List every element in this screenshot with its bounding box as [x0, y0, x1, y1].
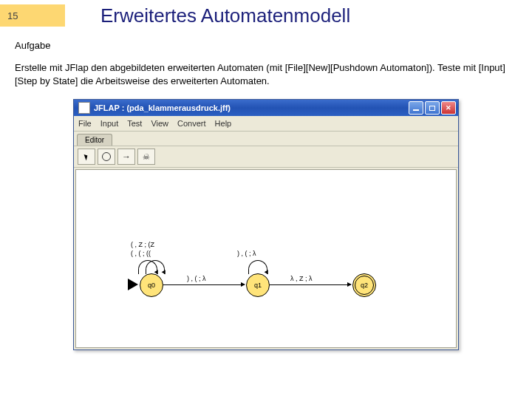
tool-delete[interactable] [137, 149, 155, 165]
menu-input[interactable]: Input [100, 119, 118, 128]
transition-q1-loop: ) , ( ; λ [237, 250, 256, 257]
slide-body: Aufgabe Erstelle mit JFlap den abgebilde… [0, 31, 532, 350]
state-q1[interactable]: q1 [246, 273, 270, 297]
minimize-button[interactable] [409, 101, 423, 115]
state-q2-label: q2 [361, 282, 368, 289]
tool-state[interactable] [98, 149, 115, 165]
window-title: JFLAP : (pda_klammerausdruck.jff) [94, 103, 231, 112]
automaton-canvas[interactable]: q0 ( , Z ; (Z ( , ( ; (( ) , ( ; λ q1 ) … [75, 169, 457, 348]
jflap-window: JFLAP : (pda_klammerausdruck.jff) File I… [73, 99, 459, 350]
slide-title: Erweitertes Automatenmodell [100, 4, 350, 27]
transition-q0-q1: ) , ( ; λ [187, 275, 206, 282]
state-q0-label: q0 [148, 282, 155, 289]
arrow-icon [122, 151, 131, 162]
tool-transition[interactable] [117, 149, 135, 165]
loop-q0-2 [146, 260, 165, 274]
slide-header: 15 Erweitertes Automatenmodell [0, 0, 532, 31]
delete-icon [143, 152, 150, 162]
maximize-button[interactable] [425, 101, 440, 115]
tool-select[interactable] [78, 149, 95, 165]
menubar: File Input Test View Convert Help [74, 116, 458, 132]
slide-number-box: 15 [0, 4, 65, 27]
transition-q0-loop1: ( , Z ; (Z [131, 241, 154, 248]
tab-row: Editor [74, 132, 458, 146]
state-q1-label: q1 [254, 282, 262, 289]
edge-q0-q1 [163, 284, 245, 285]
pointer-icon [84, 153, 89, 160]
toolbar [74, 146, 458, 168]
menu-convert[interactable]: Convert [177, 119, 206, 128]
section-label: Aufgabe [15, 40, 517, 51]
start-arrow-icon [128, 279, 138, 290]
tab-editor[interactable]: Editor [77, 134, 112, 146]
close-button[interactable] [441, 101, 456, 115]
task-text: Erstelle mit JFlap den abgebildeten erwe… [15, 61, 517, 87]
menu-file[interactable]: File [78, 119, 92, 128]
app-icon [78, 102, 90, 114]
menu-view[interactable]: View [151, 119, 168, 128]
menu-help[interactable]: Help [215, 119, 232, 128]
titlebar[interactable]: JFLAP : (pda_klammerausdruck.jff) [74, 100, 458, 116]
loop-q1 [248, 260, 267, 274]
state-q2[interactable]: q2 [352, 273, 376, 297]
menu-test[interactable]: Test [127, 119, 142, 128]
transition-q0-loop2: ( , ( ; (( [131, 250, 151, 257]
transition-q1-q2: λ , Z ; λ [290, 275, 313, 282]
state-q0[interactable]: q0 [140, 273, 163, 297]
state-icon [102, 152, 111, 161]
edge-q1-q2 [270, 284, 351, 285]
slide-number: 15 [7, 10, 18, 21]
